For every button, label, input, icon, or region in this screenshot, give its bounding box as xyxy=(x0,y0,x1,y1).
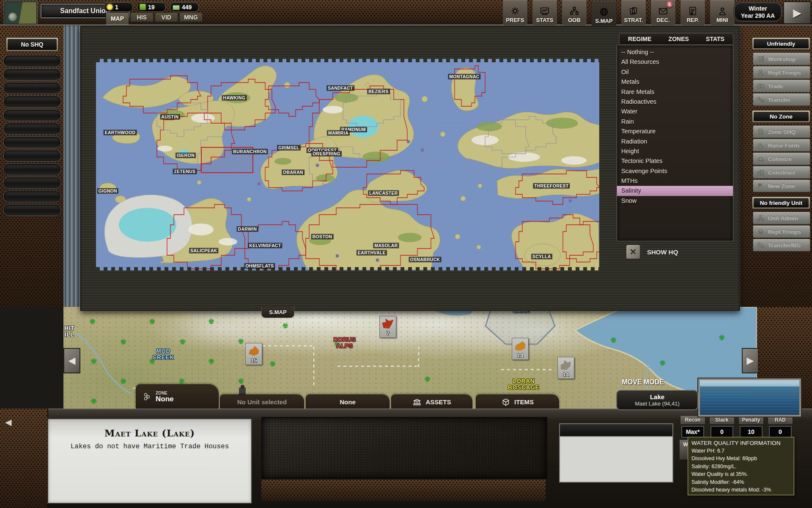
layer-item-height[interactable]: Height xyxy=(617,146,733,156)
stat-slack-value: 0 xyxy=(710,426,733,438)
tab-map[interactable]: MAP xyxy=(106,12,129,25)
radiation-icon: ☢ xyxy=(270,361,275,367)
layer-item-snow[interactable]: Snow xyxy=(617,196,733,206)
shq-slot[interactable] xyxy=(3,82,61,94)
panel-tab-stats[interactable]: STATS xyxy=(706,36,724,42)
shq-slot[interactable] xyxy=(3,55,61,67)
tooltip-line: Salinity: 6280mg/L. xyxy=(691,463,790,470)
toolbar-button-oob[interactable]: OOB xyxy=(562,0,587,25)
location-info-panel: Maet Lake (Lake) Lakes do not have Marit… xyxy=(47,418,252,504)
creature-counter[interactable]: 14 xyxy=(512,338,529,360)
shq-slot[interactable] xyxy=(3,136,61,148)
globe-icon xyxy=(599,7,609,17)
creature-counter[interactable]: 15 xyxy=(245,343,262,365)
toolbar-button-stats[interactable]: STATS xyxy=(532,0,557,25)
radiation-icon: ☢ xyxy=(425,376,430,382)
shq-slot[interactable] xyxy=(3,163,61,175)
shq-slot[interactable] xyxy=(3,69,61,80)
stat-recon-label: Recon xyxy=(680,415,705,425)
tab-mng[interactable]: MNG xyxy=(179,12,203,22)
layer-item-rain[interactable]: Rain xyxy=(617,117,733,127)
toolbar-button-stats-label: STATS xyxy=(536,17,554,23)
panel-tab-regime[interactable]: REGIME xyxy=(628,36,651,42)
toolbar-button-rep[interactable]: REP. xyxy=(680,0,705,25)
tab-order[interactable]: None xyxy=(306,395,390,409)
toolbar-button-strat[interactable]: STRAT. xyxy=(621,0,646,25)
radiation-icon: ☢ xyxy=(611,337,616,343)
button-new-zone[interactable]: New Zone xyxy=(753,179,810,192)
location-description: Lakes do not have Maritime Trade Houses xyxy=(48,443,251,450)
stat-slack: Slack0 xyxy=(709,415,735,438)
toolbar-button-prefs[interactable]: PREFS xyxy=(502,0,528,25)
layer-item-radioactives[interactable]: Radioactives xyxy=(617,97,733,107)
next-turn-button[interactable] xyxy=(783,1,811,24)
button-workshop[interactable]: Workshop xyxy=(753,52,810,65)
tab-items[interactable]: ITEMS xyxy=(476,395,559,409)
city-label-zetenus: ZETENUS xyxy=(173,169,197,174)
shq-slot[interactable] xyxy=(3,150,61,162)
faction-flag[interactable] xyxy=(4,1,37,25)
panel-tab-zones[interactable]: ZONES xyxy=(669,36,689,42)
resource-credits-value: 449 xyxy=(182,4,192,11)
button-repl-troops[interactable]: Repl.Troops xyxy=(753,225,810,238)
button-repl-troops[interactable]: Repl.Troops xyxy=(753,66,810,79)
chart-icon xyxy=(540,6,550,16)
smap-window-tab[interactable]: S.MAP xyxy=(261,306,294,318)
layer-item-all-resources[interactable]: All Resources xyxy=(617,57,733,67)
notification-badge: 5 xyxy=(666,1,673,8)
layer-item----nothing---[interactable]: -- Nothing -- xyxy=(617,47,733,57)
shq-slot[interactable] xyxy=(3,190,61,202)
shq-slot[interactable] xyxy=(3,177,61,189)
tab-zone[interactable]: ZONE None xyxy=(136,384,219,409)
layer-item-tectonic-plates[interactable]: Tectonic Plates xyxy=(617,156,733,166)
tab-unit[interactable]: No Unit selected xyxy=(220,395,304,409)
map-label-dorus-alps: DORUS ALPS xyxy=(333,337,356,349)
toolbar-button-dec[interactable]: DEC.5 xyxy=(650,0,676,25)
tab-assets[interactable]: ASSETS xyxy=(391,395,472,409)
button-zone-shq[interactable]: Zone SHQ xyxy=(753,125,810,138)
creature-counter[interactable]: 7 xyxy=(379,316,396,338)
tab-his[interactable]: HIS xyxy=(130,12,154,22)
button-unit-admin[interactable]: Unit Admin xyxy=(753,212,810,224)
shq-slot[interactable] xyxy=(3,204,61,216)
show-hq-checkbox[interactable] xyxy=(626,245,640,259)
button-raise-form-[interactable]: Raise Form. xyxy=(753,139,810,152)
creature-counter[interactable]: 14 xyxy=(557,357,574,379)
creature-beast xyxy=(247,345,260,357)
layer-item-water[interactable]: Water xyxy=(617,107,733,116)
toolbar-button-smap[interactable]: S.MAP xyxy=(591,1,617,26)
layer-item-metals[interactable]: Metals xyxy=(617,77,733,87)
hex-preview-image xyxy=(698,378,801,417)
layer-item-radiation[interactable]: Radiation xyxy=(617,137,733,146)
shq-slot[interactable] xyxy=(3,123,61,135)
scroll-right-button[interactable]: ▶ xyxy=(742,348,759,373)
toolbar-button-mini[interactable]: MINI xyxy=(710,0,735,25)
tab-vid[interactable]: VID xyxy=(155,12,178,22)
button-construct[interactable]: Construct xyxy=(753,166,810,179)
shq-slot[interactable] xyxy=(3,109,61,121)
envelope-icon xyxy=(658,6,668,16)
button-colonize[interactable]: Colonize xyxy=(753,152,810,165)
layer-item-scavenge-points[interactable]: Scavenge Points xyxy=(617,166,733,176)
view-tabs: MAPHISVIDMNG xyxy=(106,12,203,25)
shq-slot[interactable] xyxy=(3,96,61,108)
toolbar-button-mini-label: MINI xyxy=(716,17,728,23)
dashboard-detail-header xyxy=(560,424,672,437)
creature-slug xyxy=(514,340,527,352)
corner-arrow-icon[interactable]: ◀ xyxy=(5,417,11,427)
selection-detail: Maet Lake (94,41) xyxy=(635,400,680,407)
tooltip-lines: Water PH: 6.7Dissolved Hvy Metal: 69ppbS… xyxy=(691,447,790,494)
scroll-left-button[interactable]: ◀ xyxy=(63,348,80,373)
layer-item-mths[interactable]: MTHs xyxy=(617,176,733,186)
layer-item-salinity[interactable]: Salinity xyxy=(617,186,733,196)
button-transfer-bg[interactable]: Transfer/BG xyxy=(753,239,810,251)
button-transfer[interactable]: Transfer xyxy=(753,93,810,106)
hierarchy-icon xyxy=(757,214,765,222)
layer-item-rare-metals[interactable]: Rare Metals xyxy=(617,87,733,97)
city-label-orespring: ORESPRING xyxy=(311,151,342,157)
strategic-map[interactable]: MONTAGNACSANDFACTBEZIERSHAWKINGAUSTINEAR… xyxy=(96,59,599,271)
layer-item-temperature[interactable]: Temperature xyxy=(617,127,733,136)
layer-item-oil[interactable]: Oil xyxy=(617,67,733,77)
button-trade[interactable]: Trade xyxy=(753,80,810,92)
toolbar-buttons: PREFSSTATSOOBS.MAPSTRAT.DEC.5REP.MINI xyxy=(502,0,735,25)
